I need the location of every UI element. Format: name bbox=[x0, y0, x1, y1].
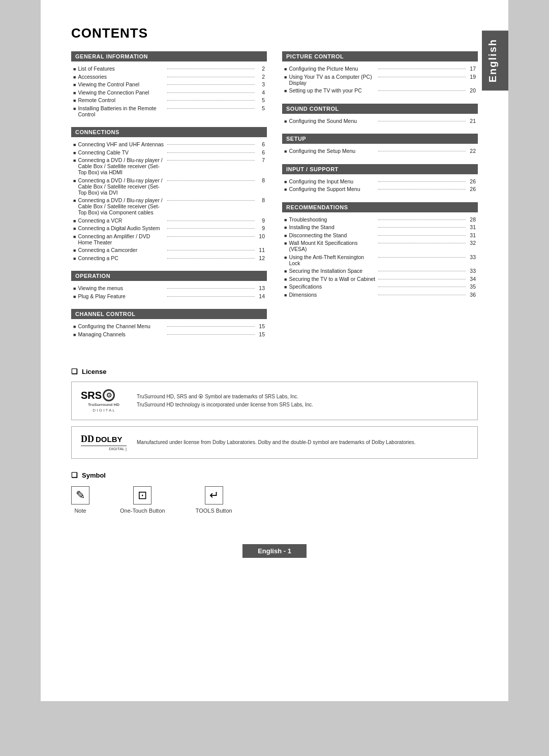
item-text: Connecting Cable TV bbox=[78, 149, 165, 155]
symbol-icon: ↵ bbox=[205, 486, 223, 505]
license-section: ❑ License SRS ⊙ TruSurround HD D I G I T… bbox=[71, 367, 478, 459]
item-text: Dimensions bbox=[289, 292, 376, 298]
page-number: 5 bbox=[257, 105, 265, 111]
dots bbox=[167, 284, 255, 289]
dots bbox=[378, 176, 466, 182]
dots bbox=[378, 230, 466, 236]
bullet-icon: ■ bbox=[284, 285, 287, 290]
toc-item: ■Configuring the Setup Menu22 bbox=[282, 147, 478, 155]
dots bbox=[167, 155, 255, 161]
section-header: INPUT / SUPPORT bbox=[282, 164, 478, 174]
page-number: 8 bbox=[257, 197, 265, 203]
page-number: 2 bbox=[257, 66, 265, 72]
dots bbox=[167, 72, 255, 77]
page-number: 22 bbox=[468, 148, 476, 154]
srs-logo: SRS ⊙ TruSurround HD D I G I T A L bbox=[81, 389, 127, 413]
page-title: CONTENTS bbox=[71, 25, 478, 41]
page-number: 14 bbox=[257, 293, 265, 299]
item-text: Plug & Play Feature bbox=[78, 293, 165, 299]
item-text: Configuring the Support Menu bbox=[289, 186, 376, 192]
bullet-icon: ■ bbox=[73, 158, 76, 163]
toc-item: ■Connecting a DVD / Blu-ray player / Cab… bbox=[71, 156, 267, 176]
dots bbox=[167, 96, 255, 101]
section-header: GENERAL INFORMATION bbox=[71, 51, 267, 61]
page-number: 17 bbox=[468, 66, 476, 72]
toc-item: ■Connecting a PC12 bbox=[71, 254, 267, 262]
dolby-brand: DD DOLBY bbox=[81, 434, 127, 445]
symbol-title: ❑ Symbol bbox=[71, 471, 478, 479]
dots bbox=[378, 64, 466, 70]
page-number: 3 bbox=[257, 81, 265, 87]
dots bbox=[167, 196, 255, 201]
dots bbox=[167, 64, 255, 70]
toc-right-column: PICTURE CONTROL■Configuring the Picture … bbox=[282, 51, 478, 347]
symbol-item-label: One-Touch Button bbox=[120, 508, 165, 514]
item-text: Using the Anti-Theft Kensington Lock bbox=[289, 254, 376, 266]
bullet-icon: ■ bbox=[73, 256, 76, 261]
dots bbox=[378, 86, 466, 91]
bullet-icon: ■ bbox=[73, 226, 76, 231]
page-number: 4 bbox=[257, 89, 265, 96]
toc-item: ■Connecting a DVD / Blu-ray player / Cab… bbox=[71, 196, 267, 216]
page-number: 20 bbox=[468, 87, 476, 93]
dots bbox=[167, 175, 255, 181]
item-text: Connecting an Amplifier / DVD Home Theat… bbox=[78, 233, 165, 245]
dots bbox=[378, 214, 466, 220]
toc-item: ■Configuring the Sound Menu21 bbox=[282, 117, 478, 125]
srs-brand: SRS ⊙ bbox=[81, 389, 127, 401]
item-text: Viewing the Control Panel bbox=[78, 81, 165, 87]
srs-sub: D I G I T A L bbox=[81, 408, 127, 413]
bullet-icon: ■ bbox=[284, 67, 287, 72]
bullet-icon: ■ bbox=[73, 90, 76, 96]
item-text: Using Your TV as a Computer (PC) Display bbox=[289, 74, 376, 86]
dots bbox=[378, 274, 466, 279]
dots bbox=[378, 290, 466, 295]
bullet-icon: ■ bbox=[73, 98, 76, 103]
item-text: Troubleshooting bbox=[289, 216, 376, 223]
srs-text: SRS bbox=[81, 390, 102, 401]
bullet-icon: ■ bbox=[73, 67, 76, 72]
bullet-icon: ■ bbox=[284, 75, 287, 80]
symbol-checkbox-icon: ❑ bbox=[71, 471, 78, 479]
toc-section: GENERAL INFORMATION■List of Features2■Ac… bbox=[71, 51, 267, 118]
bullet-icon: ■ bbox=[284, 119, 287, 124]
bullet-icon: ■ bbox=[284, 225, 287, 230]
page-number: 5 bbox=[257, 97, 265, 103]
item-text: Configuring the Channel Menu bbox=[78, 323, 165, 329]
bullet-icon: ■ bbox=[73, 75, 76, 80]
bullet-icon: ■ bbox=[284, 255, 287, 260]
page-number: 35 bbox=[468, 284, 476, 290]
toc-item: ■Installing Batteries in the Remote Cont… bbox=[71, 104, 267, 118]
srs-text2: TruSurround HD technology is incorporate… bbox=[137, 401, 313, 409]
page-container: English CONTENTS GENERAL INFORMATION■Lis… bbox=[41, 0, 508, 701]
toc-item: ■Wall Mount Kit Specifications (VESA)32 bbox=[282, 239, 478, 253]
page-number: 15 bbox=[257, 323, 265, 329]
section-header: CHANNEL CONTROL bbox=[71, 309, 267, 319]
page-number: 31 bbox=[468, 232, 476, 238]
srs-license-box: SRS ⊙ TruSurround HD D I G I T A L TruSu… bbox=[71, 382, 478, 420]
dolby-license-box: DD DOLBY DIGITAL | Manufactured under li… bbox=[71, 426, 478, 459]
toc-section: OPERATION■Viewing the menus13■Plug & Pla… bbox=[71, 271, 267, 300]
item-text: Connecting a DVD / Blu-ray player / Cabl… bbox=[78, 177, 165, 196]
page-number: 33 bbox=[468, 268, 476, 274]
bullet-icon: ■ bbox=[73, 248, 76, 253]
item-text: Accessories bbox=[78, 74, 165, 80]
bullet-icon: ■ bbox=[284, 293, 287, 298]
dots bbox=[167, 291, 255, 297]
symbol-item: ✎Note bbox=[71, 486, 89, 514]
footer-badge: English - 1 bbox=[242, 544, 307, 558]
side-tab: English bbox=[482, 30, 508, 90]
license-title: ❑ License bbox=[71, 367, 478, 375]
symbol-items: ✎Note⊡One-Touch Button↵TOOLS Button bbox=[71, 486, 478, 514]
bullet-icon: ■ bbox=[284, 149, 287, 154]
symbol-icon: ⊡ bbox=[133, 486, 151, 505]
page-number: 26 bbox=[468, 178, 476, 184]
item-text: Connecting a VCR bbox=[78, 217, 165, 224]
item-text: Securing the TV to a Wall or Cabinet bbox=[289, 276, 376, 282]
toc-section: SOUND CONTROL■Configuring the Sound Menu… bbox=[282, 104, 478, 125]
dots bbox=[167, 147, 255, 153]
bullet-icon: ■ bbox=[284, 269, 287, 274]
toc-section: PICTURE CONTROL■Configuring the Picture … bbox=[282, 51, 478, 94]
toc-item: ■Configuring the Support Menu26 bbox=[282, 185, 478, 193]
toc-section: SETUP■Configuring the Setup Menu22 bbox=[282, 134, 478, 155]
